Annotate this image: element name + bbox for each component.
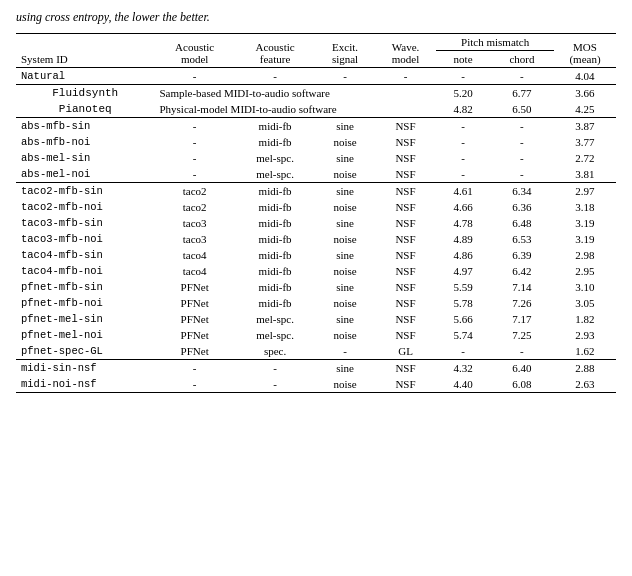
cell-pitch-chord: 6.50: [490, 101, 554, 118]
cell-pitch-chord: 7.25: [490, 327, 554, 343]
cell-pitch-chord: 7.14: [490, 279, 554, 295]
table-row: taco2-mfb-sin: [16, 183, 154, 200]
cell-excit-signal: sine: [315, 279, 374, 295]
table-row: Pianoteq: [16, 101, 154, 118]
table-row: pfnet-mel-sin: [16, 311, 154, 327]
cell-excit-signal: noise: [315, 263, 374, 279]
cell-mos: 3.19: [554, 231, 616, 247]
cell-acoustic-feature: midi-fb: [235, 279, 315, 295]
cell-pitch-note: 5.66: [436, 311, 490, 327]
cell-pitch-note: 4.89: [436, 231, 490, 247]
table-row: taco2-mfb-noi: [16, 199, 154, 215]
cell-pitch-chord: 6.53: [490, 231, 554, 247]
cell-excit-signal: noise: [315, 134, 374, 150]
cell-pitch-note: -: [436, 68, 490, 85]
cell-acoustic-model: taco4: [154, 247, 234, 263]
cell-acoustic-feature: mel-spc.: [235, 166, 315, 183]
cell-pitch-chord: -: [490, 68, 554, 85]
table-row: Natural: [16, 68, 154, 85]
cell-acoustic-feature: midi-fb: [235, 295, 315, 311]
cell-acoustic-feature: mel-spc.: [235, 327, 315, 343]
cell-wave-model: NSF: [375, 134, 437, 150]
cell-pitch-note: 4.32: [436, 360, 490, 377]
cell-excit-signal: noise: [315, 295, 374, 311]
cell-mos: 2.98: [554, 247, 616, 263]
cell-acoustic-feature: spec.: [235, 343, 315, 360]
cell-pitch-chord: 6.77: [490, 85, 554, 102]
cell-acoustic-feature: midi-fb: [235, 231, 315, 247]
cell-pitch-chord: 6.39: [490, 247, 554, 263]
cell-mos: 3.19: [554, 215, 616, 231]
cell-acoustic-model: PFNet: [154, 311, 234, 327]
table-row: abs-mel-noi: [16, 166, 154, 183]
col-header-system-id: System ID: [16, 34, 154, 68]
cell-excit-signal: sine: [315, 247, 374, 263]
table-row: midi-sin-nsf: [16, 360, 154, 377]
cell-pitch-note: -: [436, 150, 490, 166]
col-header-acoustic-feature: Acoustic feature: [235, 34, 315, 68]
cell-pitch-note: 4.86: [436, 247, 490, 263]
cell-acoustic-model: PFNet: [154, 343, 234, 360]
cell-acoustic-feature: midi-fb: [235, 247, 315, 263]
cell-wave-model: NSF: [375, 231, 437, 247]
cell-wave-model: -: [375, 68, 437, 85]
cell-acoustic-model: -: [154, 166, 234, 183]
cell-acoustic-model: taco2: [154, 199, 234, 215]
cell-pitch-note: -: [436, 343, 490, 360]
cell-mos: 2.63: [554, 376, 616, 393]
cell-wave-model: NSF: [375, 360, 437, 377]
cell-acoustic-feature: midi-fb: [235, 118, 315, 135]
cell-wave-model: NSF: [375, 247, 437, 263]
cell-acoustic-model: -: [154, 134, 234, 150]
cell-excit-signal: -: [315, 68, 374, 85]
cell-pitch-chord: -: [490, 118, 554, 135]
table-row: pfnet-spec-GL: [16, 343, 154, 360]
table-row: Fluidsynth: [16, 85, 154, 102]
cell-pitch-chord: -: [490, 166, 554, 183]
cell-acoustic-model: -: [154, 118, 234, 135]
col-header-excit-signal: Excit. signal: [315, 34, 374, 68]
cell-pitch-note: -: [436, 118, 490, 135]
col-header-pitch-mismatch: Pitch mismatch: [436, 34, 554, 51]
cell-pitch-chord: 7.17: [490, 311, 554, 327]
cell-acoustic-feature: midi-fb: [235, 134, 315, 150]
cell-pitch-chord: 6.42: [490, 263, 554, 279]
cell-excit-signal: sine: [315, 215, 374, 231]
cell-wave-model: NSF: [375, 311, 437, 327]
cell-pitch-chord: 6.08: [490, 376, 554, 393]
cell-wave-model: NSF: [375, 183, 437, 200]
cell-acoustic-feature: mel-spc.: [235, 311, 315, 327]
cell-pitch-note: 5.74: [436, 327, 490, 343]
cell-wave-model: NSF: [375, 215, 437, 231]
table-row: taco3-mfb-sin: [16, 215, 154, 231]
cell-acoustic-model: taco3: [154, 215, 234, 231]
cell-excit-signal: noise: [315, 376, 374, 393]
cell-acoustic-feature: mel-spc.: [235, 150, 315, 166]
table-row: midi-noi-nsf: [16, 376, 154, 393]
main-table: System ID Acoustic model Acoustic featur…: [16, 33, 616, 393]
table-row: taco3-mfb-noi: [16, 231, 154, 247]
cell-mos: 4.04: [554, 68, 616, 85]
cell-mos: 3.18: [554, 199, 616, 215]
table-row: pfnet-mfb-noi: [16, 295, 154, 311]
cell-excit-signal: noise: [315, 199, 374, 215]
cell-mos: 1.82: [554, 311, 616, 327]
cell-desc: Sample-based MIDI-to-audio software: [154, 85, 436, 102]
cell-wave-model: NSF: [375, 376, 437, 393]
cell-acoustic-feature: midi-fb: [235, 199, 315, 215]
cell-acoustic-feature: midi-fb: [235, 263, 315, 279]
cell-wave-model: NSF: [375, 150, 437, 166]
cell-excit-signal: noise: [315, 166, 374, 183]
cell-mos: 3.81: [554, 166, 616, 183]
cell-acoustic-model: taco2: [154, 183, 234, 200]
cell-pitch-note: 4.78: [436, 215, 490, 231]
cell-acoustic-model: -: [154, 360, 234, 377]
table-row: abs-mfb-sin: [16, 118, 154, 135]
cell-wave-model: NSF: [375, 327, 437, 343]
cell-mos: 3.10: [554, 279, 616, 295]
table-row: abs-mel-sin: [16, 150, 154, 166]
cell-acoustic-model: taco3: [154, 231, 234, 247]
cell-pitch-note: 5.20: [436, 85, 490, 102]
col-header-pitch-chord: chord: [490, 51, 554, 68]
cell-excit-signal: sine: [315, 183, 374, 200]
